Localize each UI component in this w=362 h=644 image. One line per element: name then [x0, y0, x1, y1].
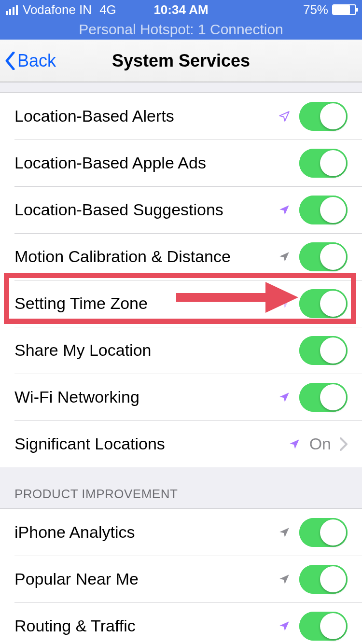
back-button[interactable]: Back	[0, 51, 56, 71]
row-location-alerts[interactable]: Location-Based Alerts	[0, 93, 362, 140]
row-label: Location-Based Alerts	[14, 107, 278, 126]
toggle-apple-ads[interactable]	[299, 149, 348, 178]
row-label: Popular Near Me	[14, 570, 278, 588]
row-timezone[interactable]: Setting Time Zone	[0, 280, 362, 327]
row-label: Setting Time Zone	[14, 294, 278, 313]
chevron-right-icon	[340, 437, 348, 451]
toggle-motion[interactable]	[299, 242, 348, 271]
toggle-analytics[interactable]	[299, 518, 348, 547]
row-label: Routing & Traffic	[14, 616, 278, 635]
location-fill-icon	[278, 204, 291, 216]
toggle-suggestions[interactable]	[299, 196, 348, 224]
location-fill-grey-icon	[278, 573, 291, 586]
row-label: Location-Based Apple Ads	[14, 154, 299, 172]
carrier-label: Vodafone IN	[23, 2, 92, 17]
back-label: Back	[17, 51, 56, 71]
location-fill-icon	[288, 438, 301, 450]
location-fill-icon	[278, 297, 291, 310]
row-label: Significant Locations	[14, 434, 288, 453]
nav-header: Back System Services	[0, 40, 362, 82]
location-fill-icon	[278, 391, 291, 404]
toggle-popular[interactable]	[299, 565, 348, 594]
status-bar: Vodafone IN 4G 10:34 AM 75%	[0, 0, 362, 19]
settings-list: Location-Based Alerts Location-Based App…	[0, 93, 362, 467]
toggle-timezone[interactable]	[299, 289, 348, 318]
hotspot-status[interactable]: Personal Hotspot: 1 Connection	[0, 19, 362, 40]
location-fill-icon	[278, 620, 291, 632]
row-wifi[interactable]: Wi-Fi Networking	[0, 374, 362, 420]
network-type-label: 4G	[99, 2, 116, 17]
row-label: iPhone Analytics	[14, 523, 278, 542]
toggle-routing[interactable]	[299, 612, 348, 641]
row-share-location[interactable]: Share My Location	[0, 327, 362, 374]
chevron-left-icon	[5, 52, 15, 70]
row-significant-locations[interactable]: Significant Locations On	[0, 420, 362, 467]
toggle-location-alerts[interactable]	[299, 102, 348, 131]
row-label: Motion Calibration & Distance	[14, 247, 278, 266]
row-routing[interactable]: Routing & Traffic	[0, 602, 362, 644]
row-analytics[interactable]: iPhone Analytics	[0, 509, 362, 556]
row-label: Share My Location	[14, 341, 299, 360]
battery-percent-label: 75%	[303, 2, 328, 17]
location-fill-grey-icon	[278, 526, 291, 539]
row-label: Wi-Fi Networking	[14, 388, 278, 406]
toggle-share-location[interactable]	[299, 336, 348, 365]
row-motion[interactable]: Motion Calibration & Distance	[0, 233, 362, 280]
toggle-wifi[interactable]	[299, 383, 348, 412]
section-header-product-improvement: PRODUCT IMPROVEMENT	[0, 467, 362, 509]
product-improvement-list: iPhone Analytics Popular Near Me Routing…	[0, 509, 362, 644]
location-outline-icon	[278, 110, 291, 123]
row-suggestions[interactable]: Location-Based Suggestions	[0, 186, 362, 233]
battery-icon	[332, 4, 356, 15]
location-fill-grey-icon	[278, 251, 291, 263]
row-label: Location-Based Suggestions	[14, 200, 278, 219]
row-apple-ads[interactable]: Location-Based Apple Ads	[0, 140, 362, 186]
row-popular[interactable]: Popular Near Me	[0, 556, 362, 602]
signal-strength-icon	[6, 4, 18, 15]
significant-value: On	[309, 434, 331, 453]
